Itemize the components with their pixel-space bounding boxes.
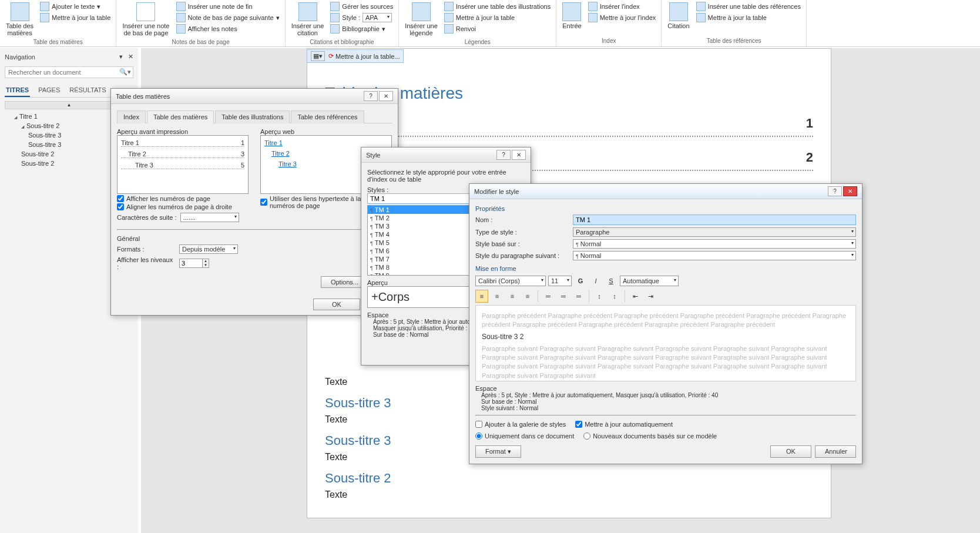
tab-illus[interactable]: Table des illustrations: [215, 110, 290, 123]
props-label: Propriétés: [475, 205, 856, 212]
toc-button[interactable]: Table des matières: [4, 1, 36, 38]
dialog-titlebar[interactable]: Table des matières ? ✕: [111, 89, 398, 104]
insert-authorities-button[interactable]: Insérer une table des références: [694, 1, 803, 12]
insert-fig-table-button[interactable]: Insérer une table des illustrations: [442, 1, 552, 12]
toc-update-field-button[interactable]: ⟳Mettre à jour la table...: [328, 52, 400, 60]
color-select[interactable]: Automatique: [620, 276, 679, 286]
search-input[interactable]: [5, 66, 133, 78]
space-before-button[interactable]: ↕: [593, 290, 606, 303]
type-select[interactable]: Paragraphe: [573, 227, 856, 237]
group-label: Table des matières: [32, 38, 84, 46]
add-text-button[interactable]: Ajouter le texte ▾: [38, 1, 112, 12]
following-select[interactable]: Normal: [573, 251, 856, 260]
formats-select[interactable]: Depuis modèle: [179, 244, 238, 254]
update-authorities-button[interactable]: Mettre à jour la table: [694, 12, 803, 23]
formats-label: Formats :: [117, 246, 176, 253]
tab-titres[interactable]: TITRES: [5, 84, 30, 97]
levels-spinner[interactable]: ▲▼: [179, 259, 209, 268]
modify-style-dialog: Modifier le style ? ✕ Propriétés Nom : T…: [469, 183, 862, 464]
toc-icon: [11, 2, 29, 21]
chk-autoupdate[interactable]: Mettre à jour automatiquement: [575, 421, 673, 428]
mark-citation-button[interactable]: Citation: [665, 1, 692, 31]
mark-entry-button[interactable]: Entrée: [560, 1, 583, 31]
based-label: Style basé sur :: [475, 240, 569, 247]
crossref-button[interactable]: Renvoi: [442, 24, 552, 34]
align-right-button[interactable]: ≡: [506, 290, 519, 303]
font-select[interactable]: Calibri (Corps): [475, 276, 546, 286]
dialog-titlebar[interactable]: Style ? ✕: [361, 148, 531, 163]
align-left-button[interactable]: ≡: [475, 290, 488, 303]
search-icon[interactable]: 🔍▾: [119, 68, 131, 76]
leader-label: Caractères de suite :: [117, 214, 177, 221]
chk-add-gallery[interactable]: Ajouter à la galerie de styles: [475, 421, 566, 428]
leader-select[interactable]: .......: [180, 213, 239, 222]
radio-thisdoc[interactable]: Uniquement dans ce document: [475, 433, 574, 440]
close-button[interactable]: ✕: [379, 91, 393, 101]
update-toc-button[interactable]: Mettre à jour la table: [38, 12, 112, 23]
paragraph-preview: Paragraphe précédent Paragraphe précéden…: [475, 305, 856, 381]
indent-increase-button[interactable]: ⇥: [644, 290, 657, 303]
linespace-15-button[interactable]: ═: [557, 290, 570, 303]
indent-decrease-button[interactable]: ⇤: [629, 290, 642, 303]
toc-field-menu-icon[interactable]: ▦▾: [311, 51, 325, 61]
insert-auth-icon: [696, 2, 706, 11]
chk-align-right[interactable]: Aligner les numéros de page à droite: [117, 203, 249, 210]
tab-pages[interactable]: PAGES: [37, 84, 61, 97]
dialog-titlebar[interactable]: Modifier le style ? ✕: [469, 184, 862, 199]
next-footnote-icon: [176, 13, 186, 22]
endnote-icon: [176, 2, 186, 11]
close-button[interactable]: ✕: [512, 150, 526, 160]
italic-button[interactable]: I: [589, 274, 602, 287]
size-select[interactable]: 11: [548, 276, 572, 286]
tab-resultats[interactable]: RÉSULTATS: [68, 84, 107, 97]
radio-template[interactable]: Nouveaux documents basés sur ce modèle: [583, 433, 717, 440]
mark-citation-icon: [669, 2, 688, 21]
ribbon-group-footnotes: Insérer une note de bas de page Insérer …: [116, 0, 285, 46]
help-button[interactable]: ?: [496, 150, 511, 160]
help-button[interactable]: ?: [364, 91, 378, 101]
tab-refs[interactable]: Table des références: [291, 110, 364, 123]
ok-button[interactable]: OK: [770, 445, 811, 458]
nav-dropdown-icon[interactable]: ▾: [119, 53, 123, 60]
heading: Sous-titre 2: [325, 471, 813, 486]
ribbon-group-toc: Table des matières Ajouter le texte ▾ Me…: [0, 0, 116, 46]
linespace-1-button[interactable]: ═: [542, 290, 555, 303]
crossref-icon: [444, 24, 454, 33]
insert-index-button[interactable]: Insérer l'index: [586, 1, 658, 12]
space-after-button[interactable]: ↕: [608, 290, 621, 303]
name-input[interactable]: [573, 214, 856, 225]
align-center-button[interactable]: ≡: [491, 290, 504, 303]
group-label: Notes de bas de page: [171, 38, 231, 46]
manage-sources-button[interactable]: Gérer les sources: [328, 1, 395, 12]
update-icon: [588, 13, 598, 22]
help-button[interactable]: ?: [828, 186, 842, 196]
cancel-button[interactable]: Annuler: [815, 445, 856, 458]
based-select[interactable]: Normal: [573, 239, 856, 249]
nav-close-icon[interactable]: ✕: [128, 53, 133, 60]
linespace-2-button[interactable]: ═: [572, 290, 585, 303]
bold-button[interactable]: G: [574, 274, 587, 287]
align-justify-button[interactable]: ≡: [521, 290, 534, 303]
underline-button[interactable]: S: [605, 274, 617, 287]
insert-endnote-button[interactable]: Insérer une note de fin: [174, 1, 281, 12]
ok-button[interactable]: OK: [313, 299, 360, 310]
update-index-button[interactable]: Mettre à jour l'index: [586, 12, 658, 23]
format-menu-button[interactable]: Format ▾: [475, 445, 521, 458]
chk-show-pagenums[interactable]: Afficher les numéros de page: [117, 195, 249, 202]
fig-table-icon: [444, 2, 454, 11]
tab-toc[interactable]: Table des matières: [147, 110, 214, 123]
update-icon: [696, 13, 706, 22]
insert-footnote-button[interactable]: Insérer une note de bas de page: [120, 1, 172, 38]
show-notes-button[interactable]: Afficher les notes: [174, 24, 281, 34]
dialog-title-text: Modifier le style: [474, 188, 519, 195]
close-button[interactable]: ✕: [843, 186, 857, 196]
biblio-icon: [330, 24, 340, 33]
bibliography-button[interactable]: Bibliographie ▾: [328, 24, 395, 34]
update-captions-button[interactable]: Mettre à jour la table: [442, 12, 552, 23]
group-label: Index: [600, 36, 617, 45]
insert-citation-button[interactable]: Insérer une citation: [289, 1, 327, 38]
citation-style-dropdown[interactable]: Style : APA: [328, 12, 395, 23]
insert-caption-button[interactable]: Insérer une légende: [402, 1, 440, 38]
next-footnote-button[interactable]: Note de bas de page suivante ▾: [174, 12, 281, 23]
tab-index[interactable]: Index: [117, 110, 146, 123]
